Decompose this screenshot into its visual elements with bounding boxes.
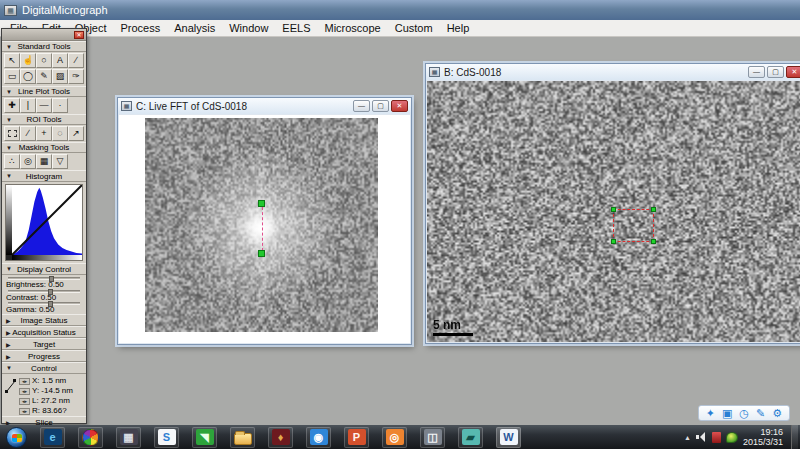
collapse-triangle-icon: ▼ bbox=[6, 266, 12, 272]
hidden-icons-arrow[interactable]: ▲ bbox=[684, 434, 691, 441]
section-standard-tools[interactable]: ▼Standard Tools bbox=[2, 41, 86, 52]
section-histogram[interactable]: ▼Histogram bbox=[2, 170, 86, 182]
tray-time: 19:16 bbox=[743, 427, 783, 437]
line-tool[interactable]: ∕ bbox=[68, 53, 84, 68]
word[interactable]: W bbox=[496, 427, 521, 448]
menu-item-eels[interactable]: EELS bbox=[275, 21, 317, 35]
histogram-panel[interactable] bbox=[2, 182, 86, 263]
maximize-button[interactable]: ▢ bbox=[372, 100, 389, 112]
point-marker-tool[interactable]: · bbox=[52, 98, 68, 113]
slider-contrast-thumb[interactable] bbox=[48, 289, 53, 295]
spinner-icon[interactable]: ◂▸ bbox=[19, 388, 30, 395]
maximize-button[interactable]: ▢ bbox=[767, 66, 784, 78]
palette-titlebar[interactable]: ✕ bbox=[2, 29, 86, 41]
section-masking-tools[interactable]: ▼Masking Tools bbox=[2, 142, 86, 153]
zoom-tool[interactable]: ○ bbox=[36, 53, 52, 68]
arrow-roi-tool[interactable]: ↗ bbox=[68, 126, 84, 141]
spinner-icon[interactable]: ◂▸ bbox=[19, 408, 30, 415]
office-document-app[interactable]: ▰ bbox=[458, 427, 483, 448]
palette-close-icon[interactable]: ✕ bbox=[74, 31, 84, 39]
show-desktop-button[interactable] bbox=[791, 425, 798, 449]
section-roi-tools[interactable]: ▼ROI Tools bbox=[2, 114, 86, 125]
section-display-control[interactable]: ▼Display Control bbox=[2, 263, 86, 275]
bandpass-mask-tool[interactable]: ◎ bbox=[20, 154, 36, 169]
lattice-mask-tool[interactable]: ▦ bbox=[36, 154, 52, 169]
close-button[interactable]: ✕ bbox=[786, 66, 800, 78]
menu-item-custom[interactable]: Custom bbox=[388, 21, 440, 35]
section-line-plot-tools[interactable]: ▼Line Plot Tools bbox=[2, 86, 86, 97]
security-tray-icon[interactable] bbox=[712, 432, 721, 443]
section-progress[interactable]: ▶Progress bbox=[2, 350, 86, 362]
fft-marker-bottom[interactable] bbox=[258, 250, 265, 257]
horizontal-marker-tool[interactable]: — bbox=[36, 98, 52, 113]
menu-item-microscope[interactable]: Microscope bbox=[317, 21, 387, 35]
internet-explorer[interactable]: e bbox=[40, 427, 65, 448]
windows-explorer[interactable] bbox=[230, 427, 255, 448]
spinner-icon[interactable]: ◂▸ bbox=[19, 378, 30, 385]
fft-marker-top[interactable] bbox=[258, 200, 265, 207]
section-image-status[interactable]: ▶Image Status bbox=[2, 314, 86, 326]
line-roi-tool[interactable]: ∕ bbox=[20, 126, 36, 141]
window-b-titlebar[interactable]: ▦ B: CdS-0018 — ▢ ✕ bbox=[426, 64, 800, 80]
paw-icon[interactable]: ✦ bbox=[706, 406, 715, 420]
satellite-app[interactable]: ◥ bbox=[192, 427, 217, 448]
system-tray: ▲ 19:16 2015/3/31 bbox=[684, 425, 800, 449]
hand-tool[interactable]: ☝ bbox=[20, 53, 36, 68]
rectangle-tool[interactable]: ▭ bbox=[4, 69, 20, 84]
digitalmicrograph-app[interactable]: ◫ bbox=[420, 427, 445, 448]
minimize-button[interactable]: — bbox=[353, 100, 370, 112]
freehand-tool[interactable]: ✑ bbox=[68, 69, 84, 84]
rect-roi-tool[interactable] bbox=[4, 126, 20, 141]
app-titlebar[interactable]: ▦ DigitalMicrograph bbox=[0, 0, 800, 20]
lasso-roi-tool[interactable]: ◌ bbox=[52, 126, 68, 141]
minimize-button[interactable]: — bbox=[748, 66, 765, 78]
input-mode-icon[interactable]: ▣ bbox=[722, 406, 732, 420]
powerpoint[interactable]: P bbox=[344, 427, 369, 448]
video-player-app[interactable]: ▦ bbox=[116, 427, 141, 448]
media-pinwheel-app[interactable] bbox=[78, 427, 103, 448]
slider-brightness-thumb[interactable] bbox=[49, 276, 54, 282]
slider-contrast-track[interactable] bbox=[8, 290, 80, 293]
roi-handle-topleft[interactable] bbox=[611, 207, 616, 212]
pencil-icon[interactable]: ✎ bbox=[756, 406, 765, 420]
roi-handle-topright[interactable] bbox=[651, 207, 656, 212]
slider-brightness-track[interactable] bbox=[8, 277, 80, 280]
spinner-icon[interactable]: ◂▸ bbox=[19, 398, 30, 405]
roi-handle-bottomright[interactable] bbox=[651, 239, 656, 244]
spot-mask-tool[interactable]: ∴ bbox=[4, 154, 20, 169]
close-button[interactable]: ✕ bbox=[391, 100, 408, 112]
sogou-app[interactable]: S bbox=[154, 427, 179, 448]
menu-item-process[interactable]: Process bbox=[114, 21, 168, 35]
roi-handle-bottomleft[interactable] bbox=[611, 239, 616, 244]
app-tray-icon[interactable] bbox=[726, 432, 738, 443]
pointer-tool[interactable]: ↖ bbox=[4, 53, 20, 68]
section-target[interactable]: ▶Target bbox=[2, 338, 86, 350]
text-tool[interactable]: A bbox=[52, 53, 68, 68]
cross-roi-tool[interactable]: + bbox=[36, 126, 52, 141]
window-c-titlebar[interactable]: ▦ C: Live FFT of CdS-0018 — ▢ ✕ bbox=[118, 98, 411, 114]
window-fft-c: ▦ C: Live FFT of CdS-0018 — ▢ ✕ bbox=[117, 97, 412, 345]
roi-selection[interactable] bbox=[613, 209, 654, 242]
profile-tool[interactable]: ▨ bbox=[52, 69, 68, 84]
section-acquisition-status[interactable]: ▶Acquisition Status bbox=[2, 326, 86, 338]
oval-tool[interactable]: ◯ bbox=[20, 69, 36, 84]
vertical-marker-tool[interactable]: | bbox=[20, 98, 36, 113]
menu-item-help[interactable]: Help bbox=[440, 21, 477, 35]
wedge-mask-tool[interactable]: ▽ bbox=[52, 154, 68, 169]
orange-app[interactable]: ◎ bbox=[382, 427, 407, 448]
clock-icon[interactable]: ◷ bbox=[739, 406, 749, 420]
slider-gamma-track[interactable] bbox=[8, 302, 80, 305]
menu-item-window[interactable]: Window bbox=[222, 21, 275, 35]
red-app[interactable]: ♦ bbox=[268, 427, 293, 448]
volume-icon[interactable] bbox=[696, 432, 707, 442]
start-button[interactable] bbox=[6, 427, 27, 448]
pencil-tool[interactable]: ✎ bbox=[36, 69, 52, 84]
chat-app[interactable]: ◉ bbox=[306, 427, 331, 448]
tray-clock[interactable]: 19:16 2015/3/31 bbox=[743, 427, 786, 447]
slider-gamma-thumb[interactable] bbox=[48, 301, 53, 307]
menu-item-analysis[interactable]: Analysis bbox=[167, 21, 222, 35]
move-marker-tool[interactable]: ✚ bbox=[4, 98, 20, 113]
app-icon: ▦ bbox=[4, 5, 17, 16]
section-control[interactable]: ▼Control bbox=[2, 362, 86, 374]
gear-icon[interactable]: ⚙ bbox=[772, 406, 782, 420]
